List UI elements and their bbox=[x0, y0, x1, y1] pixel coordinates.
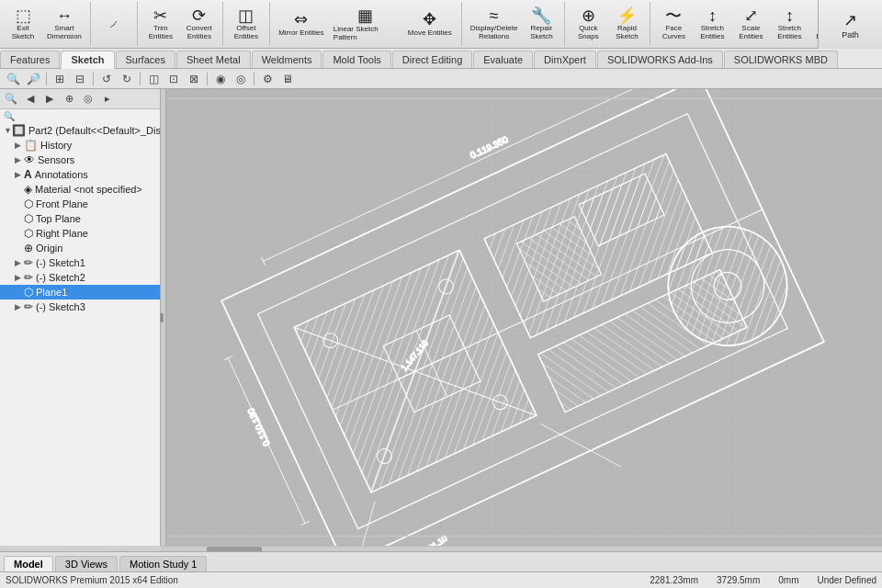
linear-pattern-button[interactable]: ▦ Linear Sketch Pattern bbox=[329, 2, 402, 46]
tree-item-part2[interactable]: ▼ 🔲 Part2 (Default<<Default>_Disp bbox=[0, 123, 160, 138]
sidebar-search-btn[interactable]: 🔍 bbox=[2, 91, 20, 107]
tab-weldments[interactable]: Weldments bbox=[252, 51, 322, 68]
view-orient-button[interactable]: ⊟ bbox=[71, 71, 89, 87]
sidebar-filter: 🔍 bbox=[4, 111, 156, 121]
sidebar-add-btn[interactable]: ⊕ bbox=[60, 91, 78, 107]
rapid-sketch-button[interactable]: ⚡ RapidSketch bbox=[607, 2, 646, 46]
mirror-entities-button[interactable]: ⇔ Mirror Entities bbox=[274, 2, 329, 46]
tab-sheet-metal[interactable]: Sheet Metal bbox=[176, 51, 251, 68]
tab-solidworks-addins[interactable]: SOLIDWORKS Add-Ins bbox=[597, 51, 723, 68]
view-fit-button[interactable]: ⊞ bbox=[51, 71, 69, 87]
tree-item-sketch3[interactable]: ▶ ✏ (-) Sketch3 bbox=[0, 300, 160, 314]
path-label: Path bbox=[842, 30, 859, 40]
part2-label: Part2 (Default<<Default>_Disp bbox=[28, 125, 161, 136]
sidebar-more-btn[interactable]: ▸ bbox=[98, 91, 117, 107]
tree-item-material[interactable]: ◈ Material <not specified> bbox=[0, 182, 160, 197]
ribbon-tabs: Features Sketch Surfaces Sheet Metal Wel… bbox=[0, 49, 882, 69]
path-button[interactable]: ↗ Path bbox=[818, 0, 882, 49]
sketch1-icon: ✏ bbox=[24, 256, 33, 269]
rotate-left-button[interactable]: ↺ bbox=[97, 71, 116, 87]
view-sep2 bbox=[93, 73, 94, 85]
tree-item-sketch1[interactable]: ▶ ✏ (-) Sketch1 bbox=[0, 255, 160, 270]
quick-snaps-button[interactable]: ⊕ QuickSnaps bbox=[569, 2, 607, 46]
shaded-button[interactable]: ⊡ bbox=[164, 71, 183, 87]
scale-icon: ⤢ bbox=[744, 7, 758, 24]
tab-features[interactable]: Features bbox=[0, 51, 60, 68]
convert-icon: ⟳ bbox=[192, 7, 206, 24]
line-tool-button[interactable]: ⟋ bbox=[95, 2, 133, 46]
wireframe-button[interactable]: ◫ bbox=[144, 71, 163, 87]
scale-entities-button[interactable]: ⤢ ScaleEntities bbox=[731, 2, 770, 46]
main-area: 🔍 ◀ ▶ ⊕ ◎ ▸ 🔍 ▼ 🔲 Part2 (Default<<Defaul… bbox=[0, 89, 882, 546]
path-icon: ↗ bbox=[843, 10, 857, 30]
tab-direct-editing[interactable]: Direct Editing bbox=[392, 51, 472, 68]
stretch2-label: StretchEntities bbox=[777, 25, 801, 41]
camera-button[interactable]: ◎ bbox=[232, 71, 250, 87]
sidebar-back-btn[interactable]: ◀ bbox=[21, 91, 40, 107]
face-curves-icon: 〜 bbox=[665, 7, 682, 24]
app-info: SOLIDWORKS Premium 2015 x64 Edition bbox=[6, 575, 178, 585]
rotate-right-button[interactable]: ↻ bbox=[118, 71, 136, 87]
offset-label: OffsetEntities bbox=[234, 25, 258, 41]
model-tab[interactable]: Model bbox=[4, 556, 53, 571]
tab-dimxpert[interactable]: DimXpert bbox=[534, 51, 596, 68]
exit-sketch-label: ExitSketch bbox=[12, 25, 34, 41]
trim-entities-button[interactable]: ✂ TrimEntities bbox=[141, 2, 180, 46]
sidebar-options-btn[interactable]: ◎ bbox=[79, 91, 97, 107]
scale-label: ScaleEntities bbox=[739, 25, 763, 41]
stretch-icon: ↕ bbox=[708, 7, 717, 24]
tree-item-sensors[interactable]: ▶ 👁 Sensors bbox=[0, 153, 160, 167]
display-delete-label: Display/DeleteRelations bbox=[470, 25, 518, 41]
tree-item-top-plane[interactable]: ⬡ Top Plane bbox=[0, 211, 160, 226]
tree-item-history[interactable]: ▶ 📋 History bbox=[0, 138, 160, 153]
face-curves-button[interactable]: 〜 FaceCurves bbox=[654, 2, 693, 46]
relations-tools-group: ≈ Display/DeleteRelations 🔧 RepairSketch bbox=[466, 2, 566, 46]
convert-entities-button[interactable]: ⟳ ConvertEntities bbox=[180, 2, 219, 46]
mirror-tools-group: ⇔ Mirror Entities ▦ Linear Sketch Patter… bbox=[274, 2, 462, 46]
tab-solidworks-mbd[interactable]: SOLIDWORKS MBD bbox=[724, 51, 838, 68]
offset-entities-button[interactable]: ◫ OffsetEntities bbox=[227, 2, 266, 46]
tab-mold-tools[interactable]: Mold Tools bbox=[322, 51, 390, 68]
tab-surfaces[interactable]: Surfaces bbox=[116, 51, 175, 68]
stretch2-icon: ↕ bbox=[786, 7, 794, 24]
settings-button[interactable]: ⚙ bbox=[258, 71, 277, 87]
move-entities-button[interactable]: ✥ Move Entities bbox=[402, 2, 458, 46]
sidebar-forward-btn[interactable]: ▶ bbox=[40, 91, 59, 107]
exit-sketch-button[interactable]: ⬚ ExitSketch bbox=[4, 2, 42, 46]
display-button[interactable]: 🖥 bbox=[278, 71, 297, 87]
tab-evaluate[interactable]: Evaluate bbox=[473, 51, 533, 68]
cad-viewport[interactable]: 0.119.350 0.110.130 1.147.110 017.401.10… bbox=[166, 89, 882, 546]
origin-icon: ⊕ bbox=[24, 242, 33, 254]
display-delete-button[interactable]: ≈ Display/DeleteRelations bbox=[466, 2, 523, 46]
section-view-button[interactable]: ◉ bbox=[211, 71, 230, 87]
coord-z: 0mm bbox=[778, 575, 798, 585]
tree-item-annotations[interactable]: ▶ A Annotations bbox=[0, 167, 160, 182]
shaded-edges-button[interactable]: ⊠ bbox=[185, 71, 203, 87]
sketch2-arrow: ▶ bbox=[15, 273, 24, 282]
stretch-entities-button[interactable]: ↕ StretchEntities bbox=[693, 2, 731, 46]
3d-views-tab[interactable]: 3D Views bbox=[55, 556, 118, 571]
material-icon: ◈ bbox=[24, 183, 32, 196]
tree-item-front-plane[interactable]: ⬡ Front Plane bbox=[0, 197, 160, 211]
tree-item-sketch2[interactable]: ▶ ✏ (-) Sketch2 bbox=[0, 270, 160, 285]
smart-dimension-button[interactable]: ↔ SmartDimension bbox=[42, 2, 86, 46]
view-sep4 bbox=[207, 73, 208, 85]
tree-item-origin[interactable]: ⊕ Origin bbox=[0, 241, 160, 255]
linear-pattern-label: Linear Sketch Pattern bbox=[334, 25, 398, 41]
tree-item-right-plane[interactable]: ⬡ Right Plane bbox=[0, 226, 160, 241]
repair-label: RepairSketch bbox=[530, 25, 552, 41]
move-icon: ✥ bbox=[423, 11, 436, 28]
tab-sketch[interactable]: Sketch bbox=[61, 51, 114, 69]
front-plane-icon: ⬡ bbox=[24, 198, 33, 210]
stretch-entities2-button[interactable]: ↕ StretchEntities bbox=[770, 2, 808, 46]
zoom-in-button[interactable]: 🔍 bbox=[4, 71, 22, 87]
view-toolbar: 🔍 🔎 ⊞ ⊟ ↺ ↻ ◫ ⊡ ⊠ ◉ ◎ ⚙ 🖥 bbox=[0, 69, 882, 89]
plane1-icon: ⬡ bbox=[24, 286, 33, 299]
right-plane-label: Right Plane bbox=[36, 228, 88, 239]
repair-sketch-button[interactable]: 🔧 RepairSketch bbox=[522, 2, 560, 46]
zoom-out-button[interactable]: 🔎 bbox=[24, 71, 42, 87]
motion-study-tab[interactable]: Motion Study 1 bbox=[119, 556, 207, 571]
tree-item-plane1[interactable]: ⬡ Plane1 bbox=[0, 285, 160, 300]
rapid-sketch-label: RapidSketch bbox=[616, 25, 638, 41]
line-icon: ⟋ bbox=[107, 17, 120, 30]
